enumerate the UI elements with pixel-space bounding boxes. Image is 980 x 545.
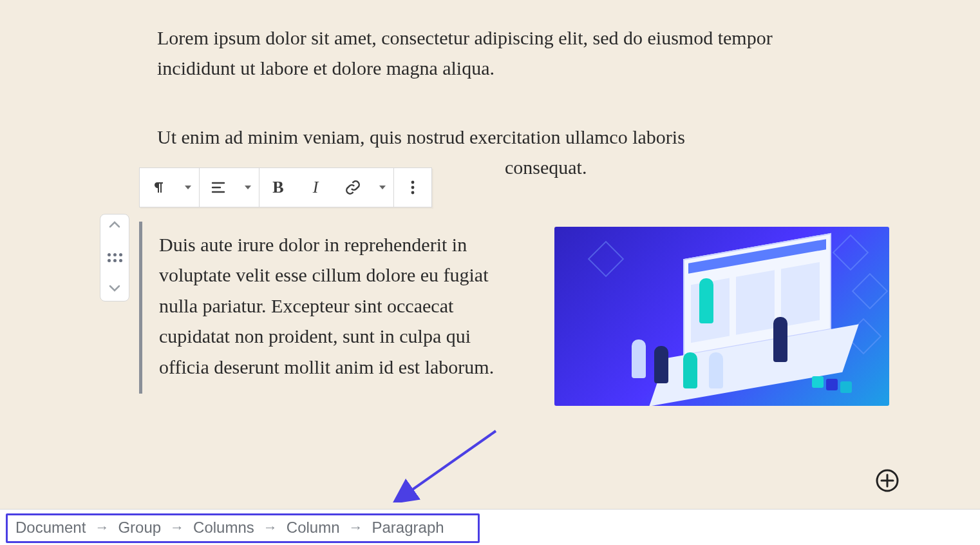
chevron-down-icon: [109, 284, 120, 293]
illustration-person: [654, 346, 668, 383]
bold-icon: B: [272, 178, 283, 197]
decorative-hex-icon: [852, 273, 889, 310]
breadcrumb-separator-icon: →: [263, 519, 278, 536]
illustration-person: [683, 352, 697, 388]
decorative-hex-icon: [833, 234, 869, 271]
chevron-down-icon: [185, 186, 191, 189]
illustration-bucket: [812, 376, 824, 388]
chevron-down-icon: [379, 186, 386, 189]
add-block-button[interactable]: [874, 468, 900, 493]
selected-paragraph-text[interactable]: Duis aute irure dolor in reprehenderit i…: [159, 229, 519, 382]
illustration-person: [699, 278, 713, 323]
illustration-bucket: [840, 381, 852, 393]
pilcrow-icon: [151, 180, 166, 195]
image-block[interactable]: [554, 227, 889, 406]
more-options-button[interactable]: [394, 168, 431, 207]
paragraph-2-line1: Ut enim ad minim veniam, quis nostrud ex…: [157, 126, 685, 148]
align-button[interactable]: [200, 168, 237, 207]
breadcrumb-separator-icon: →: [349, 519, 363, 536]
breadcrumb-separator-icon: →: [95, 519, 109, 536]
chevron-down-icon: [245, 186, 251, 189]
plus-circle-icon: [874, 468, 900, 493]
decorative-hex-icon: [588, 241, 625, 278]
illustration-person: [773, 317, 787, 362]
link-icon: [344, 179, 361, 196]
svg-point-1: [411, 186, 415, 189]
svg-point-0: [411, 181, 415, 184]
illustration-person: [632, 339, 646, 378]
align-left-icon: [211, 180, 226, 195]
svg-point-2: [411, 191, 415, 195]
kebab-icon: [411, 180, 415, 195]
move-up-button[interactable]: [109, 220, 120, 231]
selected-paragraph-block[interactable]: Duis aute irure dolor in reprehenderit i…: [139, 222, 532, 394]
illustration-person: [709, 352, 723, 388]
chevron-up-icon: [109, 220, 120, 229]
breadcrumb-column[interactable]: Column: [287, 519, 340, 537]
block-breadcrumb-bar: Document → Group → Columns → Column → Pa…: [0, 509, 980, 545]
editor-canvas: Lorem ipsum dolor sit amet, consectetur …: [0, 0, 980, 545]
svg-line-3: [400, 431, 496, 498]
annotation-arrow: [393, 428, 502, 502]
move-down-button[interactable]: [109, 284, 120, 296]
breadcrumb-separator-icon: →: [170, 519, 184, 536]
paragraph-2-tail: consequat.: [505, 157, 587, 178]
bold-button[interactable]: B: [259, 168, 297, 207]
block-mover: [100, 214, 129, 301]
breadcrumb-columns[interactable]: Columns: [193, 519, 254, 537]
breadcrumb-document[interactable]: Document: [15, 519, 86, 537]
illustration-bucket: [826, 379, 838, 390]
breadcrumb-group[interactable]: Group: [118, 519, 161, 537]
link-button[interactable]: [334, 168, 372, 207]
italic-button[interactable]: I: [297, 168, 334, 207]
block-type-dropdown[interactable]: [177, 168, 199, 207]
block-toolbar: B I: [139, 167, 432, 207]
breadcrumb-paragraph[interactable]: Paragraph: [372, 519, 444, 537]
drag-handle[interactable]: [108, 253, 122, 262]
italic-icon: I: [313, 178, 319, 197]
block-type-paragraph-button[interactable]: [140, 168, 177, 207]
align-dropdown[interactable]: [237, 168, 259, 207]
paragraph-1[interactable]: Lorem ipsum dolor sit amet, consectetur …: [157, 23, 840, 83]
more-rich-text-dropdown[interactable]: [372, 168, 393, 207]
